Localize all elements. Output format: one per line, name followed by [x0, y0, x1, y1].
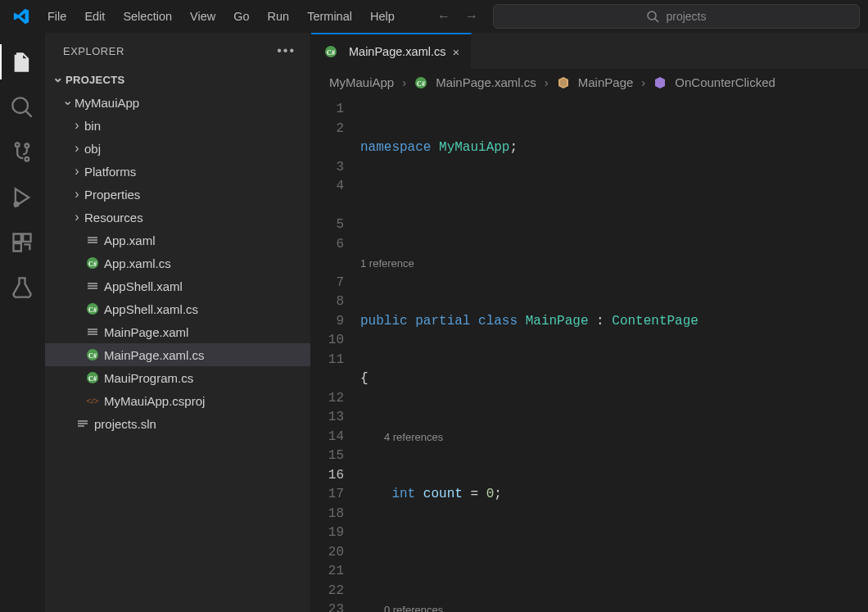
tree-file[interactable]: MyMauiApp.csproj — [45, 389, 310, 412]
tree-root-label: MyMauiApp — [75, 96, 139, 110]
chevron-right-icon: › — [545, 75, 549, 89]
vscode-logo-icon — [5, 0, 38, 33]
method-icon — [653, 75, 667, 89]
tree-folder-label: Platforms — [84, 165, 136, 179]
tree-folder-label: Resources — [84, 211, 143, 224]
editor-tab[interactable]: MainPage.xaml.cs × — [311, 33, 472, 69]
tree-section-label: PROJECTS — [66, 74, 124, 86]
codelens[interactable]: 0 references — [360, 601, 868, 612]
tree-folder[interactable]: bin — [45, 114, 310, 137]
tree-file[interactable]: MainPage.xaml.cs — [45, 343, 310, 366]
chevron-right-icon — [70, 210, 84, 224]
activity-bar — [0, 33, 45, 612]
tree-file-label: AppShell.xaml — [104, 279, 183, 293]
tree-file[interactable]: AppShell.xaml — [45, 274, 310, 297]
tree-file[interactable]: AppShell.xaml.cs — [45, 297, 310, 320]
sidebar-more-icon[interactable]: ••• — [277, 43, 296, 58]
tree-folder[interactable]: Properties — [45, 183, 310, 206]
activity-search[interactable] — [0, 84, 45, 129]
editor-area: MainPage.xaml.cs × MyMauiApp › MainPage.… — [311, 33, 868, 612]
chevron-right-icon — [70, 141, 84, 156]
cs-file-icon — [84, 348, 101, 361]
close-icon[interactable]: × — [452, 45, 459, 59]
editor-tabs: MainPage.xaml.cs × — [311, 33, 868, 69]
tree-file-label: projects.sln — [94, 417, 156, 431]
tree-section-projects[interactable]: PROJECTS — [45, 69, 310, 91]
breadcrumb-project[interactable]: MyMauiApp — [329, 75, 394, 89]
breadcrumb[interactable]: MyMauiApp › MainPage.xaml.cs › MainPage … — [311, 69, 868, 95]
menu-terminal[interactable]: Terminal — [299, 6, 360, 27]
nav-arrows: ← → — [437, 9, 478, 24]
tree-file-label: AppShell.xaml.cs — [104, 302, 198, 316]
menu-bar: File Edit Selection View Go Run Terminal… — [0, 0, 868, 33]
cs-file-icon — [84, 371, 101, 384]
chevron-down-icon — [51, 72, 66, 88]
menu-selection[interactable]: Selection — [115, 6, 180, 27]
menu-file[interactable]: File — [39, 6, 75, 27]
chevron-right-icon — [70, 164, 84, 179]
tree-file[interactable]: projects.sln — [45, 412, 310, 435]
cs-file-icon — [414, 75, 427, 89]
class-icon — [557, 75, 570, 89]
chevron-right-icon: › — [641, 75, 645, 89]
tree-folder-label: obj — [84, 142, 101, 156]
tree-file[interactable]: MauiProgram.cs — [45, 366, 310, 389]
breadcrumb-class[interactable]: MainPage — [578, 75, 634, 89]
file-tree: PROJECTS MyMauiApp bin obj Platforms Pro… — [45, 69, 310, 435]
search-icon — [646, 10, 659, 23]
tree-file-label: MainPage.xaml.cs — [104, 348, 205, 362]
tree-folder[interactable]: obj — [45, 137, 310, 160]
menu-go[interactable]: Go — [225, 6, 257, 27]
tree-file[interactable]: MainPage.xaml — [45, 320, 310, 343]
nav-back-icon[interactable]: ← — [437, 9, 450, 24]
menu-view[interactable]: View — [182, 6, 224, 27]
tree-file-label: MainPage.xaml — [104, 325, 188, 339]
tree-file[interactable]: App.xaml.cs — [45, 252, 310, 274]
tree-file[interactable]: App.xaml — [45, 229, 310, 252]
tree-file-label: MyMauiApp.csproj — [104, 394, 205, 408]
menu-edit[interactable]: Edit — [76, 6, 113, 27]
tree-file-label: MauiProgram.cs — [104, 371, 193, 385]
cs-file-icon — [84, 256, 101, 270]
tree-folder-label: Properties — [84, 188, 140, 202]
command-center-label: projects — [666, 10, 706, 23]
chevron-right-icon: › — [402, 75, 406, 89]
tree-folder-label: bin — [84, 119, 101, 133]
activity-extensions[interactable] — [0, 220, 45, 265]
sidebar-title: EXPLORER — [63, 45, 277, 57]
code-editor[interactable]: 1 2 3 4 5 6 7 8 9 10 11 12 13 14 15 16 — [311, 95, 868, 612]
cs-file-icon — [323, 45, 339, 58]
sln-file-icon — [75, 417, 91, 430]
explorer-sidebar: EXPLORER ••• PROJECTS MyMauiApp bin obj — [45, 33, 311, 612]
breadcrumb-file[interactable]: MainPage.xaml.cs — [436, 75, 536, 89]
activity-testing[interactable] — [0, 265, 45, 310]
editor-tab-label: MainPage.xaml.cs — [349, 45, 445, 58]
activity-explorer[interactable] — [0, 39, 45, 84]
tree-file-label: App.xaml.cs — [104, 256, 171, 270]
chevron-right-icon — [70, 118, 84, 133]
xaml-file-icon — [84, 233, 101, 247]
code-content[interactable]: namespace MyMauiApp; 1 reference public … — [360, 95, 868, 612]
xaml-file-icon — [84, 325, 101, 338]
tree-folder-root[interactable]: MyMauiApp — [45, 91, 310, 114]
menu-run[interactable]: Run — [260, 6, 298, 27]
chevron-down-icon — [60, 95, 75, 111]
xml-file-icon — [84, 394, 101, 407]
breadcrumb-method[interactable]: OnCounterClicked — [675, 75, 775, 89]
activity-scm[interactable] — [0, 129, 45, 175]
command-center[interactable]: projects — [493, 4, 860, 29]
codelens[interactable]: 4 references — [360, 428, 868, 447]
codelens[interactable]: 1 reference — [360, 254, 868, 274]
cs-file-icon — [84, 302, 101, 315]
xaml-file-icon — [84, 279, 101, 292]
chevron-right-icon — [70, 187, 84, 202]
tree-folder[interactable]: Resources — [45, 206, 310, 229]
tree-file-label: App.xaml — [104, 233, 156, 247]
line-numbers: 1 2 3 4 5 6 7 8 9 10 11 12 13 14 15 16 — [311, 95, 360, 612]
menu-help[interactable]: Help — [362, 6, 403, 27]
nav-forward-icon[interactable]: → — [465, 9, 478, 24]
tree-folder[interactable]: Platforms — [45, 160, 310, 183]
activity-run-debug[interactable] — [0, 175, 45, 220]
